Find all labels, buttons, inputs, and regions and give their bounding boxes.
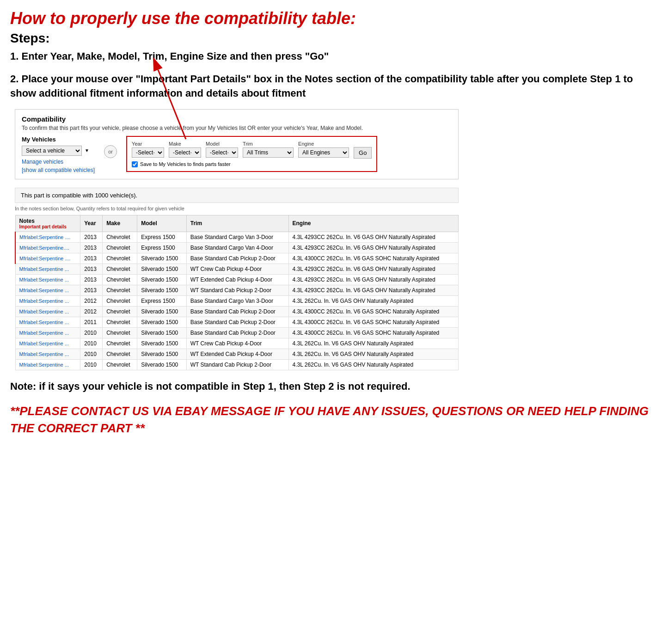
compat-title: Compatibility — [22, 115, 452, 123]
table-cell: WT Crew Cab Pickup 4-Door — [186, 338, 288, 349]
table-cell: Silverado 1500 — [137, 264, 187, 274]
show-compatible-link[interactable]: [show all compatible vehicles] — [22, 167, 95, 173]
table-cell: 2013 — [80, 274, 103, 285]
table-row: Mfrlabel:Serpentine ...2010ChevroletSilv… — [15, 327, 459, 338]
table-cell: Chevrolet — [103, 285, 137, 295]
notes-cell: Mfrlabel:Serpentine ... — [15, 338, 80, 349]
note-bottom: Note: if it says your vehicle is not com… — [10, 380, 658, 394]
notes-cell: Mfrlabel:Serpentine ... — [15, 327, 80, 338]
dropdown-arrow-icon: ▼ — [85, 148, 89, 153]
table-cell: Base Standard Cab Pickup 2-Door — [186, 253, 288, 264]
notes-cell: Mfrlabel:Serpentine ... — [15, 317, 80, 327]
table-cell: 4.3L 4300CC 262Cu. In. V6 GAS SOHC Natur… — [288, 317, 458, 327]
table-cell: Silverado 1500 — [137, 253, 187, 264]
year-label: Year — [132, 141, 164, 147]
table-cell: 2010 — [80, 349, 103, 359]
table-cell: 4.3L 4300CC 262Cu. In. V6 GAS SOHC Natur… — [288, 306, 458, 317]
table-cell: 4.3L 262Cu. In. V6 GAS OHV Naturally Asp… — [288, 349, 458, 359]
table-cell: 4.3L 4293CC 262Cu. In. V6 GAS OHV Natura… — [288, 274, 458, 285]
table-cell: Base Standard Cab Pickup 2-Door — [186, 317, 288, 327]
or-divider: or — [104, 145, 117, 158]
table-row: Mfrlabel:Serpentine ...2010ChevroletSilv… — [15, 349, 459, 359]
table-cell: WT Extended Cab Pickup 4-Door — [186, 349, 288, 359]
table-cell: 2010 — [80, 327, 103, 338]
trim-col: Trim All Trims — [243, 141, 294, 158]
go-button[interactable]: Go — [354, 147, 372, 159]
year-col: Year -Select- — [132, 141, 164, 158]
table-cell: Silverado 1500 — [137, 306, 187, 317]
year-select[interactable]: -Select- — [132, 147, 164, 158]
main-title: How to properly use the compatibility ta… — [10, 8, 658, 28]
table-cell: WT Standard Cab Pickup 2-Door — [186, 285, 288, 295]
table-cell: 4.3L 262Cu. In. V6 GAS OHV Naturally Asp… — [288, 295, 458, 306]
table-cell: Base Standard Cab Pickup 2-Door — [186, 306, 288, 317]
step1-text: 1. Enter Year, Make, Model, Trim, Engine… — [10, 49, 658, 64]
table-cell: 4.3L 262Cu. In. V6 GAS OHV Naturally Asp… — [288, 359, 458, 370]
notes-cell: Mfrlabel:Serpentine ... — [15, 349, 80, 359]
table-cell: Silverado 1500 — [137, 359, 187, 370]
make-label: Make — [169, 141, 201, 147]
table-row: Mfrlabel:Serpentine ...2013ChevroletSilv… — [15, 264, 459, 274]
table-cell: Chevrolet — [103, 274, 137, 285]
notes-cell: Mfrlabel:Serpentine .... — [15, 253, 80, 264]
table-row: Mfrlabel:Serpentine ....2013ChevroletSil… — [15, 253, 459, 264]
ymm-row: Year -Select- Make -Select- Model -Selec… — [132, 141, 372, 159]
table-cell: 2013 — [80, 264, 103, 274]
col-header-year: Year — [80, 215, 103, 232]
notes-cell: Mfrlabel:Serpentine ... — [15, 264, 80, 274]
notes-cell: Mfrlabel:Serpentine ... — [15, 306, 80, 317]
model-col: Model -Select- — [206, 141, 238, 158]
table-cell: WT Crew Cab Pickup 4-Door — [186, 264, 288, 274]
table-cell: Base Standard Cab Pickup 2-Door — [186, 327, 288, 338]
manage-vehicles-link[interactable]: Manage vehicles — [22, 159, 95, 165]
table-cell: Chevrolet — [103, 242, 137, 253]
trim-label: Trim — [243, 141, 294, 147]
table-cell: 2013 — [80, 253, 103, 264]
table-cell: 4.3L 262Cu. In. V6 GAS OHV Naturally Asp… — [288, 338, 458, 349]
table-header-row: Notes Important part details Year Make M… — [15, 215, 459, 232]
my-vehicles-section: My Vehicles Select a vehicle ▼ Manage ve… — [22, 136, 95, 173]
notes-cell: Mfrlabel:Serpentine .... — [15, 232, 80, 242]
save-checkbox[interactable] — [132, 161, 138, 167]
table-cell: 2010 — [80, 359, 103, 370]
compat-subtitle: To confirm that this part fits your vehi… — [22, 125, 452, 131]
table-cell: 2011 — [80, 317, 103, 327]
table-cell: 4.3L 4293CC 262Cu. In. V6 GAS OHV Natura… — [288, 242, 458, 253]
table-cell: Chevrolet — [103, 338, 137, 349]
model-select[interactable]: -Select- — [206, 147, 238, 158]
table-cell: Base Standard Cargo Van 3-Door — [186, 295, 288, 306]
table-cell: 2013 — [80, 232, 103, 242]
table-cell: Express 1500 — [137, 295, 187, 306]
table-cell: Base Standard Cargo Van 4-Door — [186, 242, 288, 253]
vehicle-select[interactable]: Select a vehicle — [22, 146, 82, 156]
table-row: Mfrlabel:Serpentine ...2011ChevroletSilv… — [15, 317, 459, 327]
compatibility-table: Notes Important part details Year Make M… — [15, 215, 459, 370]
table-cell: 4.3L 4293CC 262Cu. In. V6 GAS OHV Natura… — [288, 285, 458, 295]
table-row: Mfrlabel:Serpentine ...2012ChevroletSilv… — [15, 306, 459, 317]
table-row: Mfrlabel:Serpentine ...2010ChevroletSilv… — [15, 359, 459, 370]
engine-label: Engine — [298, 141, 349, 147]
col-header-notes: Notes Important part details — [15, 215, 80, 232]
table-cell: Silverado 1500 — [137, 317, 187, 327]
steps-label: Steps: — [10, 31, 658, 46]
table-cell: Chevrolet — [103, 264, 137, 274]
ymm-section: Year -Select- Make -Select- Model -Selec… — [126, 136, 377, 172]
table-cell: Base Standard Cargo Van 3-Door — [186, 232, 288, 242]
notes-cell: Mfrlabel:Serpentine ... — [15, 359, 80, 370]
trim-select[interactable]: All Trims — [243, 147, 294, 158]
save-label: Save to My Vehicles to finds parts faste… — [140, 161, 231, 167]
table-cell: WT Standard Cab Pickup 2-Door — [186, 359, 288, 370]
table-row: Mfrlabel:Serpentine ...2013ChevroletSilv… — [15, 285, 459, 295]
table-cell: Express 1500 — [137, 232, 187, 242]
table-row: Mfrlabel:Serpentine....2013ChevroletExpr… — [15, 242, 459, 253]
compat-body: My Vehicles Select a vehicle ▼ Manage ve… — [22, 136, 452, 173]
qty-note: In the notes section below, Quantity ref… — [15, 206, 658, 211]
make-select[interactable]: -Select- — [169, 147, 201, 158]
table-row: Mfrlabel:Serpentine ...2010ChevroletSilv… — [15, 338, 459, 349]
engine-select[interactable]: All Engines — [298, 147, 349, 158]
table-cell: 2012 — [80, 306, 103, 317]
table-cell: Silverado 1500 — [137, 274, 187, 285]
table-cell: 4.3L 4300CC 262Cu. In. V6 GAS SOHC Natur… — [288, 253, 458, 264]
model-label: Model — [206, 141, 238, 147]
col-header-model: Model — [137, 215, 187, 232]
